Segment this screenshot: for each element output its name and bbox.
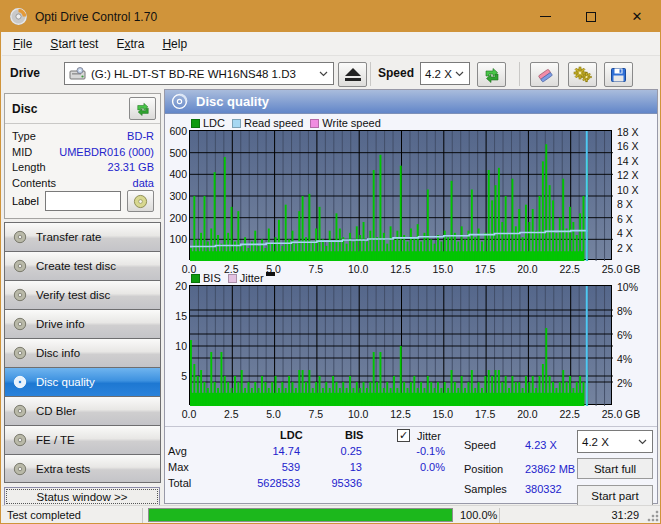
eject-icon [345,68,361,81]
x-axis-unit: GB [625,408,640,420]
legend-jitter: Jitter [228,272,275,284]
app-window: Opti Drive Control 1.70 ✕ FileStart test… [0,0,661,524]
x-tick: 25.0 [597,408,627,420]
x-tick: 5.0 [259,408,289,420]
disc-info-mid: MIDUMEBDR016 (000) [12,146,154,161]
x-tick: 7.5 [301,263,331,275]
menu-help[interactable]: Help [153,33,196,55]
save-button[interactable] [604,62,633,87]
x-tick: 15.0 [428,263,458,275]
disc-icon [13,259,27,273]
stat-row-label: Total [168,477,191,489]
eject-button[interactable] [338,62,367,87]
sidebar-item-transfer-rate[interactable]: Transfer rate [4,222,161,251]
disc-refresh-button[interactable] [129,97,156,120]
drive-select-value: (G:) HL-DT-ST BD-RE WH16NS48 1.D3 [91,68,296,80]
read-speed-swatch [232,119,241,128]
maximize-button[interactable] [568,1,614,32]
x-tick: 20.0 [512,263,542,275]
sidebar-item-create-test-disc[interactable]: Create test disc [4,251,161,280]
y-tick-left: 400 [165,168,187,180]
label-caption: Label [12,195,39,207]
menu-extra[interactable]: Extra [107,33,153,55]
stat-row-label: Max [168,461,189,473]
close-button[interactable]: ✕ [614,1,660,32]
y-tick-right: 8% [617,305,632,317]
y-tick-left: 100 [165,233,187,245]
disc-icon [13,462,27,476]
gears-icon [573,66,592,83]
progress-fill [149,509,452,521]
stat-total-bis: 95336 [305,477,362,489]
disc-icon [13,346,27,360]
stats-area: LDC BIS ✓ Jitter Avg14.740.25-0.1%Max539… [165,426,657,504]
chart2-legend: BISJitter [191,272,282,284]
disc-info-length: Length23.31 GB [12,161,154,176]
menu-start-test[interactable]: Start test [41,33,107,55]
disc-label-input[interactable] [45,191,121,211]
burn-label-button[interactable] [127,190,154,212]
write-speed-swatch [310,119,319,128]
drive-select[interactable]: (G:) HL-DT-ST BD-RE WH16NS48 1.D3 [64,62,334,85]
stat-max-ldc: 539 [217,461,300,473]
sidebar-item-drive-info[interactable]: Drive info [4,309,161,338]
x-tick: 17.5 [470,263,500,275]
position-row-label: Position [464,463,503,475]
menu-file[interactable]: File [4,33,41,55]
y-tick-right: 6 X [617,213,633,225]
y-tick-right: 8 X [617,198,633,210]
jitter-checkbox[interactable]: ✓ [397,429,410,442]
bis-jitter-chart [189,285,612,405]
x-tick: 7.5 [301,408,331,420]
disc-info-box: Disc TypeBD-RMIDUMEBDR016 (000)Length23.… [4,93,161,219]
chart1-zone: 60050040030020010018 X16 X14 X12 X10 X8 … [165,130,659,280]
y-tick-right: 16 X [617,140,639,152]
sidebar-item-cd-bler[interactable]: CD Bler [4,396,161,425]
speed-row-value: 4.23 X [525,439,557,451]
stat-total-ldc: 5628533 [217,477,300,489]
disc-box-title: Disc [12,102,37,116]
x-tick: 17.5 [470,408,500,420]
y-tick-right: 2 X [617,242,633,254]
scan-speed-select[interactable]: 4.2 X [577,430,653,453]
disc-icon [13,375,27,389]
disc-icon [133,194,148,209]
start-part-button[interactable]: Start part [577,485,653,506]
disc-icon [13,230,27,244]
disc-icon [13,404,27,418]
sidebar-item-disc-info[interactable]: Disc info [4,338,161,367]
menu-bar: FileStart testExtraHelp [2,32,661,56]
sidebar-item-label: CD Bler [36,405,76,417]
stat-avg-jitter: -0.1% [375,445,445,457]
erase-disc-button[interactable] [530,62,559,87]
app-disc-icon [10,8,27,25]
jitter-swatch [228,274,237,283]
y-tick-right: 2% [617,377,632,389]
disc-icon [13,288,27,302]
sidebar-item-label: Verify test disc [36,289,110,301]
sidebar-item-verify-test-disc[interactable]: Verify test disc [4,280,161,309]
samples-row-value: 380332 [525,483,562,495]
disc-icon [13,433,27,447]
sidebar-item-disc-quality[interactable]: Disc quality [4,367,161,396]
sidebar-item-label: FE / TE [36,434,75,446]
refresh-disc-button[interactable] [477,62,506,87]
y-tick-left: 5 [165,370,187,382]
minimize-button[interactable] [522,1,568,32]
samples-row-label: Samples [464,483,507,495]
start-full-button[interactable]: Start full [577,458,653,479]
status-text: Test completed [7,509,81,521]
legend-write-speed: Write speed [310,117,381,129]
x-tick: 12.5 [386,408,416,420]
toolbar-speed-select[interactable]: 4.2 X [420,62,470,85]
speed-label: Speed [378,66,414,80]
settings-button[interactable] [568,62,597,87]
resize-grip[interactable] [647,510,659,522]
sidebar-item-fe-te[interactable]: FE / TE [4,425,161,454]
sidebar-item-extra-tests[interactable]: Extra tests [4,454,161,483]
drive-icon [69,67,86,81]
status-window-button[interactable]: Status window >> [4,487,160,506]
x-tick: 22.5 [555,263,585,275]
panel-title: Disc quality [196,94,269,109]
y-tick-right: 10 X [617,184,639,196]
